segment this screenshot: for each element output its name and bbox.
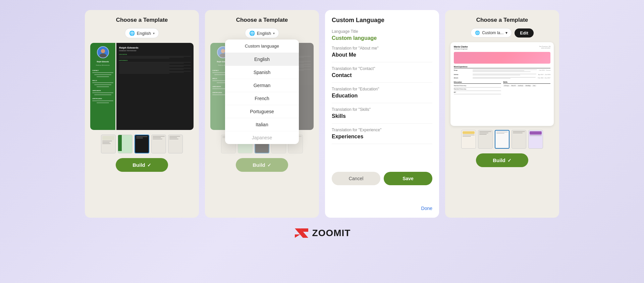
resume-light-title: Software Engineer	[454, 48, 468, 50]
translation-about-me-value[interactable]: About Me	[332, 52, 432, 58]
thumb-4-3-selected[interactable]	[495, 130, 509, 149]
bar-10	[97, 102, 109, 103]
resume-name-1: Ralph Edwards	[97, 61, 109, 63]
langs-section-1: Languages	[92, 90, 101, 91]
dropdown-item-german[interactable]: German	[225, 79, 299, 92]
edu-section-label: Education	[119, 54, 191, 55]
avatar-1	[97, 46, 109, 58]
panel-2-build-button[interactable]: Build ✓	[236, 158, 288, 172]
resume-main-1: Ralph Edwards Database Administrator Edu…	[116, 43, 194, 130]
bar-8	[94, 94, 111, 95]
bar-2	[94, 74, 111, 75]
panel-4-lang-label: Custom la...	[482, 30, 503, 35]
globe-icon-4: 🌐	[475, 30, 480, 35]
dropdown-header: Custom language	[225, 40, 299, 53]
exp-section-light: Work Experience	[454, 66, 550, 68]
translation-skills: Translation for "Skills" Skills	[332, 107, 432, 124]
lang-title-value[interactable]: Custom language	[332, 35, 432, 41]
translation-contact: Translation for "Contact" Contact	[332, 66, 432, 83]
zoomit-text: ZOOMIT	[312, 228, 351, 238]
build-label-4: Build	[493, 157, 505, 163]
panel-2-title: Choose a Template	[236, 17, 288, 23]
translation-skills-label: Translation for "Skills"	[332, 107, 432, 112]
thumb-1[interactable]	[101, 135, 116, 153]
thumb-4-2[interactable]	[478, 130, 493, 149]
svg-point-2	[99, 54, 106, 58]
resume-pink-banner	[454, 52, 550, 64]
exp-entry-2: GitHub Apr 2017 - Jan 2018	[454, 74, 550, 76]
thumb-4-1[interactable]	[461, 130, 476, 149]
lang-title-group: Language Title Custom language	[332, 29, 432, 41]
main-name-1: Ralph Edwards	[119, 46, 191, 49]
contact-section-1: Contact	[92, 70, 99, 71]
translation-skills-value[interactable]: Skills	[332, 113, 432, 119]
translation-education-value[interactable]: Education	[332, 93, 432, 99]
resume-light-name: Maria Clarke	[454, 46, 468, 48]
panel-1-thumbnails	[90, 135, 194, 153]
resume-sidebar-1: Ralph Edwards Database Administrator Con…	[90, 43, 115, 130]
panel-1-lang-selector[interactable]: 🌐 English ▾	[125, 28, 159, 38]
translation-about-me: Translation for "About me" About Me	[332, 46, 432, 62]
bar-1	[92, 72, 113, 73]
edu-col: Education Stanford University Stanford U…	[454, 81, 501, 95]
chevron-down-icon-2: ▾	[273, 31, 275, 35]
done-link[interactable]: Done	[332, 202, 432, 211]
svg-point-4	[221, 49, 225, 53]
translation-experience: Translation for "Experience" Experiences	[332, 128, 432, 144]
svg-marker-8	[295, 234, 300, 238]
panels-container: Choose a Template 🌐 English ▾ Ralph Edwa…	[27, 10, 617, 218]
bar-5	[94, 84, 111, 85]
panel-4-thumbnails	[450, 130, 554, 149]
translation-education: Translation for "Education" Education	[332, 87, 432, 103]
resume-light-contact: San Francisco, CA (555) 123-4567	[539, 46, 550, 50]
dropdown-item-italian[interactable]: Italian	[225, 118, 299, 131]
bar-9	[92, 100, 113, 101]
panel-1-lang-label: English	[137, 31, 151, 36]
bar-4	[92, 82, 113, 83]
thumb-4-5[interactable]	[528, 130, 543, 149]
chevron-down-icon-4: ▾	[505, 30, 507, 35]
svg-point-1	[101, 49, 105, 53]
globe-icon-2: 🌐	[249, 30, 255, 36]
panel-1-build-button[interactable]: Build ✓	[116, 158, 168, 172]
thumb-3-selected[interactable]	[135, 135, 149, 153]
thumb-4[interactable]	[151, 135, 166, 153]
panel-4-lang-selector[interactable]: 🌐 Custom la... ▾	[471, 28, 512, 38]
exp-section-label: Experience	[119, 60, 191, 61]
translation-contact-value[interactable]: Contact	[332, 72, 432, 78]
save-button[interactable]: Save	[384, 172, 432, 185]
certs-section-1: Certificates	[92, 98, 102, 99]
globe-icon-1: 🌐	[129, 30, 135, 36]
translation-experience-label: Translation for "Experience"	[332, 128, 432, 132]
dropdown-item-japanese[interactable]: Japanese	[225, 131, 299, 144]
dropdown-item-portuguese[interactable]: Portuguese	[225, 105, 299, 118]
zoomit-logo: ZOOMIT	[293, 227, 351, 239]
panel-4-build-button[interactable]: Build ✓	[476, 153, 528, 167]
panel-4-lang-area: 🌐 Custom la... ▾ Edit	[471, 28, 534, 38]
custom-lang-buttons: Cancel Save	[332, 165, 432, 185]
edu-skills-section: Education Stanford University Stanford U…	[454, 81, 550, 95]
main-title-1: Database Administrator	[119, 50, 191, 52]
chevron-down-icon-1: ▾	[153, 31, 155, 35]
dropdown-item-french[interactable]: French	[225, 92, 299, 105]
translation-about-me-label: Translation for "About me"	[332, 46, 432, 51]
thumb-4-4[interactable]	[512, 130, 526, 149]
panel-3: Custom Language Language Title Custom la…	[325, 10, 439, 218]
language-dropdown: Custom language English Spanish German F…	[225, 40, 299, 144]
panel-2-lang-label: English	[257, 31, 271, 36]
thumb-2[interactable]	[118, 135, 132, 153]
edit-button-4[interactable]: Edit	[515, 28, 534, 38]
dropdown-item-english[interactable]: English	[225, 53, 299, 66]
translation-experience-value[interactable]: Experiences	[332, 134, 432, 140]
build-label-1: Build	[132, 162, 145, 168]
dropdown-item-spanish[interactable]: Spanish	[225, 66, 299, 79]
skills-col: Skills JS Design React JS JavaScript Ske…	[503, 81, 550, 95]
translation-contact-label: Translation for "Contact"	[332, 66, 432, 71]
thumb-5[interactable]	[168, 135, 183, 153]
resume-light-header: Maria Clarke Software Engineer San Franc…	[454, 46, 550, 50]
bar-6	[97, 86, 109, 87]
cancel-button[interactable]: Cancel	[332, 172, 380, 185]
panel-2-lang-selector[interactable]: 🌐 English ▾	[245, 28, 279, 38]
bar-7	[92, 92, 113, 93]
skills-section-1: Skills	[92, 80, 97, 81]
